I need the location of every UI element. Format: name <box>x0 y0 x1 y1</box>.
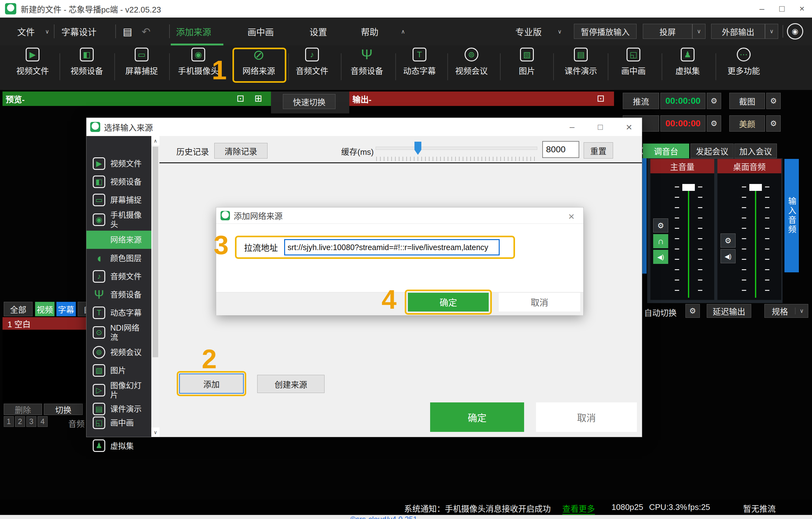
dialog-maximize-button[interactable]: □ <box>588 118 613 136</box>
sidebar-item-virtual-set[interactable]: ♟ 虚拟集 <box>86 420 151 454</box>
desktop-fader-thumb[interactable] <box>749 184 762 191</box>
undo-icon[interactable]: ↶ <box>142 18 151 46</box>
srs-cloud-link[interactable]: ©srs-cloud/v4.0.251 <box>350 515 417 519</box>
sidebar-item-video-conference[interactable]: ⊚ 视频会议 <box>86 344 151 361</box>
beauty-settings-gear-icon[interactable]: ⚙ <box>766 115 781 132</box>
sidebar-item-audio-device[interactable]: Ψ 音频设备 <box>86 286 151 303</box>
delay-output-button[interactable]: 延迟输出 <box>707 304 751 318</box>
scene-item-blank[interactable]: 1 空白 <box>2 317 86 330</box>
pull-url-input[interactable] <box>284 239 500 255</box>
scene-switch-button[interactable]: 切换 <box>44 404 83 415</box>
create-source-button[interactable]: 创建来源 <box>257 375 324 393</box>
tab-join-meeting[interactable]: 加入会议 <box>734 143 777 158</box>
screenshot-button[interactable]: 截图 <box>729 93 765 109</box>
toolbar-virtual-set[interactable]: ♟ 虚拟集 <box>662 48 713 86</box>
push-settings-gear-icon[interactable]: ⚙ <box>707 93 721 109</box>
sidebar-item-video-device[interactable]: ◧ 视频设备 <box>86 173 151 191</box>
scene-page-1[interactable]: 1 <box>4 416 14 427</box>
scene-tab-subtitle[interactable]: 字幕 <box>56 302 76 316</box>
grid-layout-icon[interactable]: ⊞ <box>254 93 262 104</box>
menu-pip[interactable]: 画中画 <box>248 18 274 46</box>
scene-tab-all[interactable]: 全部 <box>4 302 33 316</box>
toolbar-dynamic-subtitle[interactable]: T 动态字幕 <box>394 48 445 86</box>
scene-page-2[interactable]: 2 <box>15 416 25 427</box>
toolbar-screen-capture[interactable]: ▭ 屏幕捕捉 <box>116 48 167 86</box>
push-stream-button[interactable]: 推流 <box>623 93 659 109</box>
sidebar-item-video-file[interactable]: ▶ 视频文件 <box>86 155 151 172</box>
master-fader-track[interactable] <box>688 188 689 298</box>
pause-playback-input-button[interactable]: 暂停播放输入 <box>574 24 637 39</box>
cache-value-input[interactable] <box>542 141 579 158</box>
spec-dropdown[interactable]: 规格 ∨ <box>764 304 808 318</box>
sidebar-item-dynamic-subtitle[interactable]: T 动态字幕 <box>86 304 151 322</box>
toolbar-pip[interactable]: ◱ 画中画 <box>608 48 659 86</box>
tab-input-audio[interactable]: 输入音频 <box>784 159 799 272</box>
scroll-up-arrow-icon[interactable]: ∧ <box>151 136 160 145</box>
external-output-dropdown-button[interactable]: ∨ <box>765 24 778 39</box>
collapse-icon[interactable]: ∧ <box>401 18 405 46</box>
toolbar-courseware[interactable]: ▤ 课件演示 <box>555 48 607 86</box>
scene-page-3[interactable]: 3 <box>26 416 36 427</box>
sidebar-item-ndi-stream[interactable]: ⊙ NDI网络流 <box>86 322 151 343</box>
auto-switch-gear-icon[interactable]: ⚙ <box>686 304 700 318</box>
cache-slider-thumb[interactable] <box>414 142 422 155</box>
dialog-ok-button[interactable]: 确定 <box>430 403 524 432</box>
window-close-button[interactable]: × <box>792 0 812 18</box>
toolbar-audio-file[interactable]: ♪ 音频文件 <box>286 48 338 86</box>
menu-file[interactable]: 文件 <box>17 18 35 46</box>
menu-add-source[interactable]: 添加来源 <box>176 18 211 46</box>
toolbar-more-features[interactable]: ⋯ 更多功能 <box>718 48 770 86</box>
toolbar-audio-device[interactable]: Ψ 音频设备 <box>341 48 393 86</box>
toolbar-video-device[interactable]: ◧ 视频设备 <box>61 48 113 86</box>
sidebar-item-color-layer[interactable]: ◖ 颜色图层 <box>86 249 151 267</box>
scene-delete-button[interactable]: 删除 <box>4 404 42 415</box>
scene-page-4[interactable]: 4 <box>37 416 48 427</box>
cache-slider-track[interactable] <box>376 147 537 150</box>
scene-tab-video[interactable]: 视频 <box>35 302 55 316</box>
menu-settings[interactable]: 设置 <box>310 18 327 46</box>
clear-history-button[interactable]: 清除记录 <box>214 143 267 159</box>
menu-subtitle-design[interactable]: 字幕设计 <box>61 18 96 46</box>
scroll-down-arrow-icon[interactable]: ∨ <box>151 428 160 437</box>
save-file-icon[interactable]: ▤ <box>123 18 132 46</box>
cast-button[interactable]: 投屏 <box>643 24 692 39</box>
dialog-minimize-button[interactable]: – <box>559 118 585 136</box>
camera-logo-icon[interactable]: ◉ <box>787 23 803 39</box>
toolbar-video-conference[interactable]: ⊚ 视频会议 <box>446 48 497 86</box>
net-dialog-cancel-button[interactable]: 取消 <box>499 293 580 311</box>
net-dialog-close-button[interactable]: × <box>564 209 578 223</box>
master-speaker-icon[interactable]: ◀) <box>653 250 668 264</box>
master-headphone-icon[interactable]: ∩ <box>653 234 668 248</box>
sidebar-item-audio-file[interactable]: ♪ 音频文件 <box>86 268 151 285</box>
sidebar-item-screen-capture[interactable]: ▭ 屏幕捕捉 <box>86 191 151 209</box>
window-maximize-button[interactable]: □ <box>772 0 792 18</box>
sidebar-item-phone-camera[interactable]: ◉ 手机摄像头 <box>86 209 151 230</box>
desktop-gear-icon[interactable]: ⚙ <box>721 234 735 248</box>
reset-button[interactable]: 重置 <box>584 142 613 159</box>
sidebar-item-courseware[interactable]: ▤ 课件演示 <box>86 401 151 417</box>
toolbar-video-file[interactable]: ▶ 视频文件 <box>7 48 58 86</box>
screenshot-settings-gear-icon[interactable]: ⚙ <box>766 93 781 109</box>
master-gear-icon[interactable]: ⚙ <box>653 218 668 233</box>
window-minimize-button[interactable]: – <box>752 0 772 18</box>
cast-dropdown-button[interactable]: ∨ <box>692 24 705 39</box>
desktop-fader-track[interactable] <box>755 188 756 298</box>
dialog-cancel-button[interactable]: 取消 <box>536 403 637 432</box>
tab-start-meeting[interactable]: 发起会议 <box>691 143 734 158</box>
menu-help[interactable]: 帮助 <box>361 18 378 46</box>
master-fader-thumb[interactable] <box>682 184 695 191</box>
external-output-button[interactable]: 外部输出 <box>711 24 765 39</box>
desktop-speaker-icon[interactable]: ◀) <box>721 249 735 263</box>
monitor-icon[interactable]: ⊡ <box>597 93 605 104</box>
monitor-icon[interactable]: ⊡ <box>236 93 244 104</box>
see-more-link[interactable]: 查看更多 <box>562 502 595 515</box>
sidebar-item-image[interactable]: ▧ 图片 <box>86 362 151 379</box>
toolbar-image[interactable]: ▧ 图片 <box>501 48 553 86</box>
quick-switch-button[interactable]: 快速切换 <box>283 94 336 109</box>
sidebar-item-image-slideshow[interactable]: ▷ 图像幻灯片 <box>86 380 151 401</box>
sidebar-item-network-source[interactable]: ⊘ 网络来源 <box>86 231 151 249</box>
scrollbar-thumb[interactable] <box>152 147 158 357</box>
tab-mixer[interactable]: 调音台 <box>643 143 689 158</box>
dialog-close-button[interactable]: × <box>616 118 642 136</box>
record-settings-gear-icon[interactable]: ⚙ <box>707 115 721 132</box>
